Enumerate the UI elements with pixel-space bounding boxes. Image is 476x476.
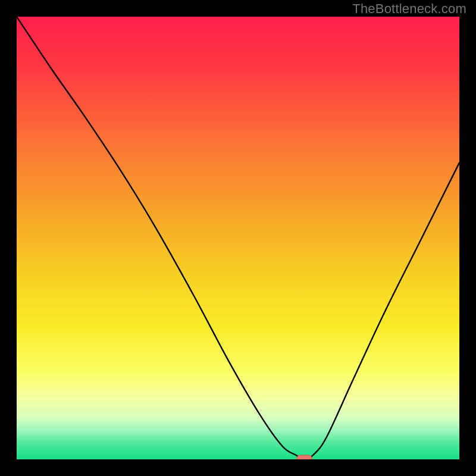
minimum-marker	[297, 455, 312, 459]
watermark-label: TheBottleneck.com	[352, 1, 466, 17]
bottleneck-chart	[17, 17, 459, 459]
plot-area	[17, 17, 459, 459]
gradient-background	[17, 17, 459, 459]
chart-container: TheBottleneck.com	[0, 0, 476, 476]
